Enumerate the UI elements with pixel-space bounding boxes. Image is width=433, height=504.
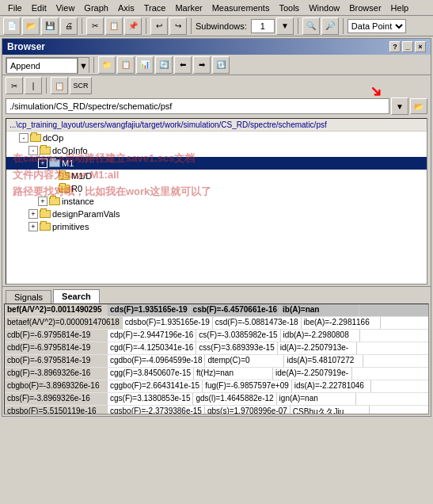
menu-view[interactable]: View xyxy=(51,2,80,14)
tree-label-r0: R0 xyxy=(71,184,82,193)
menu-browser[interactable]: Browser xyxy=(344,2,386,14)
tb2-btn2[interactable]: | xyxy=(25,77,42,94)
data-row-3: cbd(F)=-6.9795814e-19 cgd(F)=-4.1250341e… xyxy=(5,342,428,355)
tree-label-m1d: M1/D xyxy=(71,171,92,181)
paste-btn[interactable]: 📌 xyxy=(124,17,142,35)
subwindows-label: Subwindows: xyxy=(196,21,247,31)
data-point-select[interactable]: Data Point xyxy=(348,19,406,33)
expand-designparamvals[interactable]: + xyxy=(28,209,38,219)
folder-icon-dcopinfo xyxy=(40,146,51,155)
tree-item-m1d[interactable]: M1/D xyxy=(6,170,427,182)
expand-m1[interactable]: + xyxy=(38,158,47,168)
cell-1-2: csd(F)=-5.0881473e-18 xyxy=(213,317,302,329)
sep6 xyxy=(93,57,94,73)
data-row-1: betaef(A/V^2)=0.000091470618 cdsbo(F)=1.… xyxy=(5,317,428,330)
undo-btn[interactable]: ↩ xyxy=(150,17,168,35)
append-arrow[interactable]: ▼ xyxy=(78,58,89,74)
menu-marker[interactable]: Marker xyxy=(170,2,207,14)
path-open-btn[interactable]: 📂 xyxy=(410,98,427,114)
path-input[interactable] xyxy=(6,98,389,114)
sep5 xyxy=(343,18,344,34)
menu-trace[interactable]: Trace xyxy=(139,2,171,14)
tb2-btn1[interactable]: ✂ xyxy=(6,77,23,94)
save-btn[interactable]: 💾 xyxy=(41,17,59,35)
new-btn[interactable]: 📄 xyxy=(3,17,21,35)
data-row-8: cbsbo(F)=5.5150119e-16 cgsbo(F)=-2.37393… xyxy=(5,406,428,414)
subwindows-input[interactable] xyxy=(251,19,275,33)
copy-btn[interactable]: 📋 xyxy=(105,17,123,35)
tree-item-primitives[interactable]: + primitives xyxy=(6,220,427,233)
cell-3-3: id(A)=-2.2507913e- xyxy=(278,342,357,354)
menu-axis[interactable]: Axis xyxy=(113,2,139,14)
browse-btn4[interactable]: 🔄 xyxy=(155,56,173,74)
data-row-7: cbs(F)=-3.8969326e-16 cgs(F)=3.1380853e-… xyxy=(5,393,428,406)
menu-help[interactable]: Help xyxy=(386,2,414,14)
subwindows-arrow[interactable]: ▼ xyxy=(276,17,294,35)
browse-btn2[interactable]: 📋 xyxy=(117,56,135,74)
cell-2-3: idb(A)=-2.2980808 xyxy=(281,330,360,342)
menu-measurements[interactable]: Measurements xyxy=(207,2,275,14)
tree-label-primitives: primitives xyxy=(52,222,89,231)
close-btn[interactable]: × xyxy=(415,41,426,52)
cell-5-2: ft(Hz)=nan xyxy=(194,368,273,380)
folder-icon-instance xyxy=(49,197,60,206)
cell-5-3: ide(A)=-2.2507919e- xyxy=(273,368,352,380)
browser-panel: Browser ? _ × Append ▼ 📁 📋 📊 🔄 ⬅ ➡ 🔃 ✂ |… xyxy=(2,38,431,417)
tree-label-dcopinfo: dcOpInfo xyxy=(52,146,88,155)
cell-6-2: fug(F)=-6.9857597e+09 xyxy=(203,380,292,392)
cell-8-1: cgsbo(F)=-2.3739386e-15 xyxy=(108,406,205,414)
menu-tools[interactable]: Tools xyxy=(274,2,304,14)
zoom-btn[interactable]: 🔍 xyxy=(302,17,320,35)
browse-btn5[interactable]: ⬅ xyxy=(174,56,192,74)
cell-4-2: dtemp(C)=0 xyxy=(205,355,284,367)
file-tree[interactable]: ...\cp_training_layout/users/wangfajiu/t… xyxy=(6,118,427,284)
zoom-out-btn[interactable]: 🔎 xyxy=(321,17,339,35)
help-btn[interactable]: ? xyxy=(389,41,401,52)
expand-instance[interactable]: + xyxy=(38,197,47,206)
cell-0-0: bef(A/V^2)=0.0011490295 xyxy=(5,304,108,316)
tree-item-designparamvals[interactable]: + designParamVals xyxy=(6,208,427,220)
redo-btn[interactable]: ↪ xyxy=(169,17,187,35)
browse-btn3[interactable]: 📊 xyxy=(136,56,154,74)
tab-search[interactable]: Search xyxy=(53,289,100,304)
cell-3-0: cbd(F)=-6.9795814e-19 xyxy=(5,342,108,354)
tree-label-designparamvals: designParamVals xyxy=(52,209,120,219)
browse-btn7[interactable]: 🔃 xyxy=(212,56,230,74)
browser-toolbar: Append ▼ 📁 📋 📊 🔄 ⬅ ➡ 🔃 xyxy=(2,55,431,75)
tree-item-instance[interactable]: + instance xyxy=(6,195,427,208)
folder-icon-m1 xyxy=(49,158,60,168)
bottom-tabs: Signals Search xyxy=(2,286,431,304)
append-dropdown[interactable]: Append ▼ xyxy=(6,57,89,73)
tree-item-dcop[interactable]: - dcOp xyxy=(6,132,427,144)
path-go-btn[interactable]: ▼ xyxy=(391,97,408,115)
expand-dcop[interactable]: - xyxy=(19,133,28,143)
expand-dcopinfo[interactable]: - xyxy=(28,146,38,155)
cell-3-2: css(F)=3.689393e-15 xyxy=(196,342,277,354)
cell-6-0: cbgbo(F)=-3.8969326e-16 xyxy=(5,380,108,392)
menubar: File Edit View Graph Axis Trace Marker M… xyxy=(0,0,433,16)
sep2 xyxy=(146,18,146,34)
tree-item-r0[interactable]: R0 xyxy=(6,182,427,195)
print-btn[interactable]: 🖨 xyxy=(60,17,78,35)
cell-2-0: cdb(F)=-6.9795814e-19 xyxy=(5,330,108,342)
menu-window[interactable]: Window xyxy=(304,2,344,14)
minimize-btn[interactable]: _ xyxy=(402,41,413,52)
tab-signals[interactable]: Signals xyxy=(6,290,51,304)
browser-titlebar: Browser ? _ × xyxy=(2,39,431,55)
menu-file[interactable]: File xyxy=(3,2,27,14)
cell-5-0: cbg(F)=-3.8969326e-16 xyxy=(5,368,108,380)
open-btn[interactable]: 📂 xyxy=(22,17,40,35)
browse-btn6[interactable]: ➡ xyxy=(193,56,211,74)
tree-item-dcopinfo[interactable]: - dcOpInfo xyxy=(6,144,427,157)
menu-edit[interactable]: Edit xyxy=(27,2,51,14)
menu-graph[interactable]: Graph xyxy=(79,2,113,14)
tree-item-m1[interactable]: + M1 xyxy=(6,157,427,170)
tb2-btn3[interactable]: 📋 xyxy=(51,77,68,94)
cut-btn[interactable]: ✂ xyxy=(86,17,104,35)
expand-primitives[interactable]: + xyxy=(28,222,38,231)
tb2-script[interactable]: SCR xyxy=(70,77,92,94)
browse-btn1[interactable]: 📁 xyxy=(98,56,116,74)
sep4 xyxy=(298,18,298,34)
data-table[interactable]: bef(A/V^2)=0.0011490295 cds(F)=1.935165e… xyxy=(4,304,429,414)
data-row-2: cdb(F)=-6.9795814e-19 cdp(F)=-2.9447196e… xyxy=(5,330,428,342)
